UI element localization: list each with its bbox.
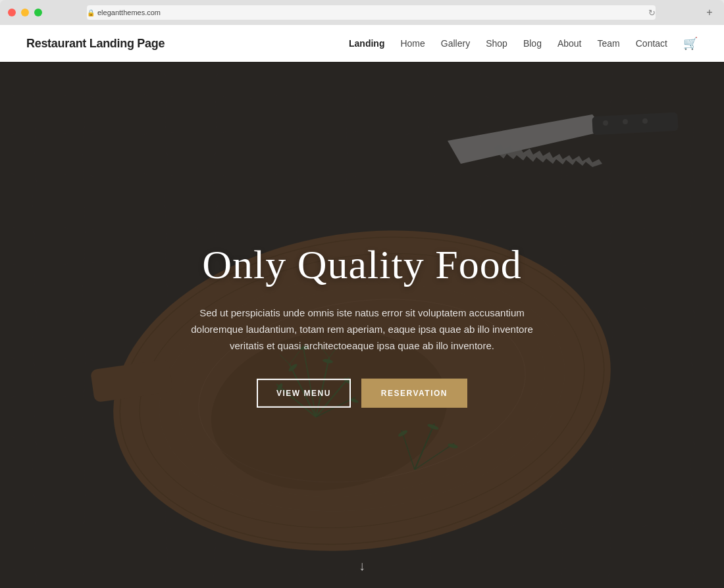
- lock-icon: 🔒: [87, 9, 95, 16]
- close-button[interactable]: [8, 9, 16, 16]
- nav-gallery[interactable]: Gallery: [441, 38, 470, 49]
- nav-contact[interactable]: Contact: [636, 38, 667, 49]
- hero-title: Only Quality Food: [132, 242, 592, 287]
- cart-icon[interactable]: 🛒: [683, 36, 698, 51]
- maximize-button[interactable]: [34, 9, 42, 16]
- site-header: Restaurant Landing Page Landing Home Gal…: [0, 25, 724, 62]
- url-text: elegantthemes.com: [97, 9, 161, 16]
- scroll-down-arrow[interactable]: ↓: [359, 558, 365, 574]
- browser-chrome: 🔒 elegantthemes.com ↻ +: [0, 0, 724, 25]
- minimize-button[interactable]: [21, 9, 29, 16]
- view-menu-button[interactable]: VIEW MENU: [257, 379, 351, 408]
- hero-buttons: VIEW MENU RESERVATION: [132, 379, 592, 408]
- nav-blog[interactable]: Blog: [523, 38, 542, 49]
- address-bar[interactable]: 🔒 elegantthemes.com ↻: [87, 5, 656, 20]
- browser-titlebar: 🔒 elegantthemes.com ↻ +: [0, 0, 724, 25]
- nav-landing[interactable]: Landing: [349, 38, 384, 49]
- hero-content: Only Quality Food Sed ut perspiciatis un…: [132, 242, 592, 408]
- nav-about[interactable]: About: [557, 38, 582, 49]
- nav-home[interactable]: Home: [400, 38, 425, 49]
- website-wrapper: Restaurant Landing Page Landing Home Gal…: [0, 25, 724, 588]
- refresh-button[interactable]: ↻: [648, 8, 656, 18]
- hero-subtitle: Sed ut perspiciatis unde omnis iste natu…: [178, 305, 546, 354]
- site-nav: Landing Home Gallery Shop Blog About Tea…: [349, 36, 698, 51]
- nav-team[interactable]: Team: [598, 38, 620, 49]
- new-tab-button[interactable]: +: [703, 6, 716, 19]
- nav-shop[interactable]: Shop: [486, 38, 507, 49]
- site-logo[interactable]: Restaurant Landing Page: [26, 37, 165, 51]
- reservation-button[interactable]: RESERVATION: [361, 379, 467, 408]
- hero-section: Only Quality Food Sed ut perspiciatis un…: [0, 62, 724, 588]
